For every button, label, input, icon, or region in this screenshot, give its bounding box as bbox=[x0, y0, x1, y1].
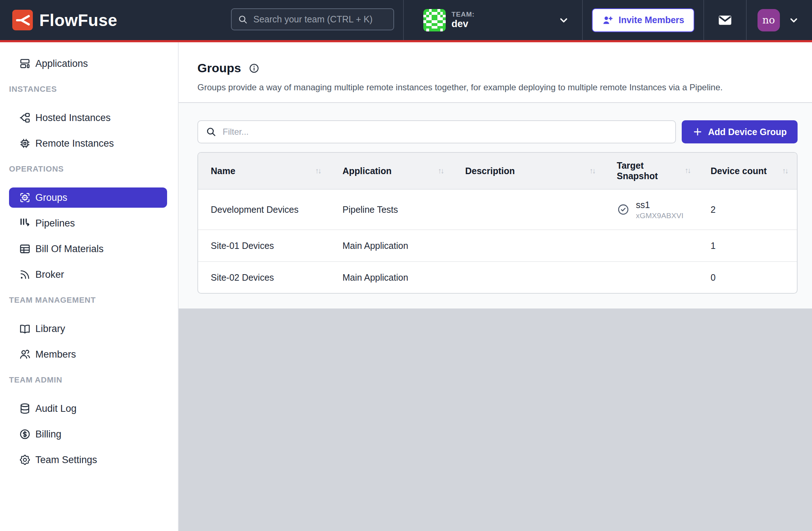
filter-input[interactable] bbox=[222, 126, 668, 137]
sidebar-item-label: Billing bbox=[35, 429, 61, 440]
column-header-target-snapshot[interactable]: Target Snapshot ↑↓ bbox=[604, 160, 698, 181]
library-icon bbox=[19, 323, 31, 335]
sidebar-item-label: Pipelines bbox=[35, 218, 75, 229]
user-menu[interactable]: no bbox=[746, 0, 812, 40]
page-body: Add Device Group Name ↑↓ Application ↑↓ bbox=[179, 103, 812, 308]
add-device-group-label: Add Device Group bbox=[708, 127, 787, 137]
column-header-name[interactable]: Name ↑↓ bbox=[198, 166, 330, 176]
sidebar-item-label: Broker bbox=[35, 269, 64, 280]
cell-target-snapshot bbox=[604, 240, 698, 251]
sidebar-section-operations: OPERATIONS bbox=[9, 164, 178, 174]
team-name: dev bbox=[451, 18, 475, 30]
sidebar-item-hosted-instances[interactable]: Hosted Instances bbox=[9, 108, 167, 128]
user-add-icon bbox=[602, 14, 614, 26]
sidebar-item-label: Applications bbox=[35, 58, 88, 69]
chevron-down-icon bbox=[788, 14, 800, 26]
flowfuse-logo-icon bbox=[12, 10, 33, 30]
column-header-description[interactable]: Description ↑↓ bbox=[453, 166, 604, 176]
sidebar-item-audit-log[interactable]: Audit Log bbox=[9, 398, 167, 419]
cell-device-count: 0 bbox=[698, 267, 797, 289]
sidebar-item-label: Remote Instances bbox=[35, 138, 114, 149]
remote-instances-icon bbox=[19, 137, 31, 150]
sort-icon: ↑↓ bbox=[589, 167, 595, 175]
check-circle-icon bbox=[617, 203, 630, 216]
snapshot-name: ss1 bbox=[636, 199, 684, 210]
team-search-box bbox=[231, 8, 394, 30]
brand-name: FlowFuse bbox=[39, 10, 117, 30]
groups-icon bbox=[19, 191, 31, 204]
notifications-button[interactable] bbox=[703, 0, 746, 40]
table-header-row: Name ↑↓ Application ↑↓ Description ↑↓ bbox=[198, 153, 797, 190]
navbar-right: TEAM: dev Invite Members bbox=[403, 0, 812, 40]
team-selector[interactable]: TEAM: dev bbox=[403, 0, 582, 40]
search-icon bbox=[237, 14, 248, 25]
audit-log-icon bbox=[19, 402, 31, 415]
sidebar-item-label: Audit Log bbox=[35, 403, 77, 414]
team-settings-icon bbox=[19, 454, 31, 466]
sidebar-item-label: Library bbox=[35, 323, 65, 334]
sidebar-item-groups[interactable]: Groups bbox=[9, 187, 167, 208]
team-avatar bbox=[423, 9, 446, 31]
table-row[interactable]: Development Devices Pipeline Tests ss1 bbox=[198, 190, 797, 230]
invite-members-button[interactable]: Invite Members bbox=[592, 8, 694, 32]
sort-icon: ↑↓ bbox=[315, 167, 320, 175]
sidebar-item-billing[interactable]: Billing bbox=[9, 424, 167, 444]
cell-application: Main Application bbox=[330, 267, 453, 289]
user-avatar: no bbox=[758, 9, 780, 31]
screen: FlowFuse bbox=[0, 0, 812, 531]
pipelines-icon bbox=[19, 217, 31, 229]
chevron-down-icon bbox=[558, 14, 570, 26]
sidebar-item-remote-instances[interactable]: Remote Instances bbox=[9, 133, 167, 154]
sort-icon: ↑↓ bbox=[438, 167, 443, 175]
sidebar-section-team-management: TEAM MANAGEMENT bbox=[9, 295, 178, 305]
table-row[interactable]: Site-02 Devices Main Application 0 bbox=[198, 262, 797, 293]
lower-background bbox=[179, 308, 812, 531]
team-search-input[interactable] bbox=[253, 14, 388, 25]
snapshot-id: xGMX9ABXVI bbox=[636, 211, 684, 220]
sidebar-item-broker[interactable]: Broker bbox=[9, 264, 167, 285]
sidebar-item-label: Groups bbox=[35, 192, 67, 203]
sort-icon: ↑↓ bbox=[782, 167, 787, 175]
sidebar-item-label: Bill Of Materials bbox=[35, 243, 104, 255]
page-title: Groups bbox=[197, 61, 241, 75]
search-icon bbox=[205, 126, 217, 138]
brand[interactable]: FlowFuse bbox=[12, 10, 117, 30]
page-description: Groups provide a way of managing multipl… bbox=[197, 82, 798, 92]
cell-device-count: 2 bbox=[698, 199, 797, 221]
team-label: TEAM: bbox=[451, 10, 475, 18]
cell-description bbox=[453, 240, 604, 251]
sidebar-item-team-settings[interactable]: Team Settings bbox=[9, 450, 167, 470]
table-row[interactable]: Site-01 Devices Main Application 1 bbox=[198, 230, 797, 262]
sidebar-item-applications[interactable]: Applications bbox=[9, 53, 167, 74]
toolbar: Add Device Group bbox=[197, 120, 798, 143]
hosted-instances-icon bbox=[19, 112, 31, 124]
page-header: Groups Groups provide a way of managing … bbox=[179, 42, 812, 103]
main-content: Groups Groups provide a way of managing … bbox=[179, 42, 812, 531]
cell-description bbox=[453, 272, 604, 283]
sidebar-item-pipelines[interactable]: Pipelines bbox=[9, 213, 167, 233]
column-header-device-count[interactable]: Device count ↑↓ bbox=[698, 166, 797, 176]
column-header-application[interactable]: Application ↑↓ bbox=[330, 166, 453, 176]
sidebar-section-team-admin: TEAM ADMIN bbox=[9, 375, 178, 385]
applications-icon bbox=[19, 57, 31, 70]
filter-box bbox=[197, 120, 676, 143]
cell-target-snapshot: ss1 xGMX9ABXVI bbox=[604, 194, 698, 226]
cell-name: Site-01 Devices bbox=[198, 235, 330, 257]
cell-application: Pipeline Tests bbox=[330, 199, 453, 221]
invite-section: Invite Members bbox=[582, 0, 703, 40]
info-icon[interactable] bbox=[248, 62, 260, 74]
envelope-icon bbox=[717, 13, 733, 27]
sort-icon: ↑↓ bbox=[685, 166, 690, 175]
members-icon bbox=[19, 348, 31, 361]
sidebar-item-label: Hosted Instances bbox=[35, 112, 111, 124]
plus-icon bbox=[693, 127, 703, 137]
sidebar-item-bill-of-materials[interactable]: Bill Of Materials bbox=[9, 239, 167, 259]
sidebar-item-members[interactable]: Members bbox=[9, 344, 167, 364]
cell-device-count: 1 bbox=[698, 235, 797, 257]
cell-name: Site-02 Devices bbox=[198, 267, 330, 289]
sidebar-section-instances: INSTANCES bbox=[9, 85, 178, 94]
sidebar-item-library[interactable]: Library bbox=[9, 319, 167, 339]
add-device-group-button[interactable]: Add Device Group bbox=[682, 120, 798, 143]
invite-members-label: Invite Members bbox=[619, 15, 684, 25]
sidebar-item-label: Members bbox=[35, 349, 76, 360]
